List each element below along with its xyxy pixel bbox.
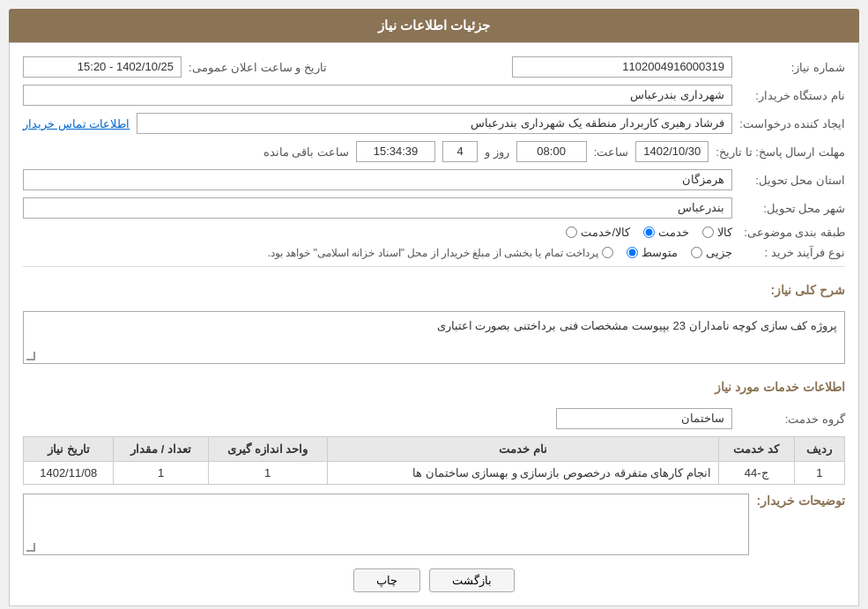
- main-card: شماره نیاز: 1102004916000319 تاریخ و ساع…: [9, 42, 859, 606]
- cell-date: 1402/11/08: [24, 462, 114, 485]
- cell-service-code: ج-44: [718, 462, 794, 485]
- description-title: شرح کلی نیاز:: [771, 283, 845, 297]
- deadline-days: 4: [442, 141, 478, 162]
- print-button[interactable]: چاپ: [353, 568, 420, 592]
- col-date: تاریخ نیاز: [24, 437, 114, 462]
- purchase-type-radio-group: پرداخت تمام یا بخشی از مبلغ خریدار از مح…: [268, 246, 732, 259]
- description-text: پروژه کف سازی کوچه نامداران 23 بپیوست مش…: [437, 319, 837, 332]
- buyer-org-row: نام دستگاه خریدار: شهرداری بندرعباس: [23, 85, 845, 106]
- button-row: بازگشت چاپ: [23, 568, 845, 592]
- buyer-org-label: نام دستگاه خریدار:: [739, 89, 845, 102]
- deadline-row: مهلت ارسال پاسخ: تا تاریخ: 1402/10/30 سا…: [23, 141, 845, 162]
- purchase-type-label: نوع فرآیند خرید :: [739, 246, 845, 259]
- page-title: جزئیات اطلاعات نیاز: [378, 18, 490, 33]
- page-container: جزئیات اطلاعات نیاز شماره نیاز: 11020049…: [0, 0, 868, 609]
- category-radio-group: کالا/خدمت خدمت کالا: [566, 226, 732, 239]
- service-group-label: گروه خدمت:: [739, 412, 845, 426]
- purchase-type-row: نوع فرآیند خرید : پرداخت تمام یا بخشی از…: [23, 246, 845, 259]
- col-row-num: ردیف: [794, 437, 844, 462]
- category-label: طبقه بندی موضوعی:: [739, 226, 845, 239]
- city-row: شهر محل تحویل: بندرعباس: [23, 197, 845, 219]
- description-row: شرح کلی نیاز:: [23, 274, 845, 304]
- category-kala-khedmat[interactable]: کالا/خدمت: [566, 226, 630, 239]
- creator-value: فرشاد رهبری کاربردار منطقه یک شهرداری بن…: [137, 113, 732, 134]
- creator-row: ایجاد کننده درخواست: فرشاد رهبری کاربردا…: [23, 113, 845, 134]
- city-value: بندرعباس: [23, 197, 732, 219]
- cell-row-num: 1: [794, 462, 844, 485]
- category-kala[interactable]: کالا: [702, 226, 732, 239]
- need-number-label: شماره نیاز:: [739, 61, 845, 74]
- table-header-row: ردیف کد خدمت نام خدمت واحد اندازه گیری ت…: [24, 437, 845, 462]
- col-unit: واحد اندازه گیری: [208, 437, 327, 462]
- service-group-value: ساختمان: [556, 408, 732, 429]
- province-value: هرمزگان: [23, 169, 732, 190]
- description-box: پروژه کف سازی کوچه نامداران 23 بپیوست مش…: [23, 311, 845, 364]
- province-label: استان محل تحویل:: [739, 174, 845, 187]
- buyer-notes-label: توضیحات خریدار:: [756, 494, 845, 508]
- city-label: شهر محل تحویل:: [739, 202, 845, 215]
- page-header: جزئیات اطلاعات نیاز: [9, 9, 859, 42]
- contact-link[interactable]: اطلاعات تماس خریدار: [23, 117, 130, 130]
- cell-unit: 1: [208, 462, 327, 485]
- announce-datetime-value: 1402/10/25 - 15:20: [23, 56, 182, 78]
- deadline-time-label: ساعت:: [594, 145, 629, 159]
- buyer-org-value: شهرداری بندرعباس: [23, 85, 732, 106]
- purchase-type-jozi[interactable]: جزیی: [691, 246, 732, 259]
- deadline-time: 08:00: [516, 141, 587, 162]
- col-service-code: کد خدمت: [718, 437, 794, 462]
- deadline-remaining-label: ساعت باقی مانده: [263, 145, 349, 159]
- cell-quantity: 1: [114, 462, 208, 485]
- deadline-days-label: روز و: [485, 145, 509, 159]
- col-service-name: نام خدمت: [327, 437, 718, 462]
- deadline-label: مهلت ارسال پاسخ: تا تاریخ:: [716, 145, 845, 159]
- category-row: طبقه بندی موضوعی: کالا/خدمت خدمت کالا: [23, 226, 845, 239]
- announce-datetime-label: تاریخ و ساعت اعلان عمومی:: [189, 61, 327, 74]
- back-button[interactable]: بازگشت: [429, 568, 515, 592]
- need-number-row: شماره نیاز: 1102004916000319 تاریخ و ساع…: [23, 56, 845, 78]
- deadline-date: 1402/10/30: [635, 141, 708, 162]
- cell-service-name: انجام کارهای متفرقه درخصوص بازسازی و بهس…: [327, 462, 718, 485]
- category-khedmat[interactable]: خدمت: [643, 226, 689, 239]
- service-group-row: گروه خدمت: ساختمان: [23, 408, 845, 429]
- need-number-value: 1102004916000319: [512, 56, 732, 78]
- description-content-row: پروژه کف سازی کوچه نامداران 23 بپیوست مش…: [23, 311, 845, 364]
- creator-label: ایجاد کننده درخواست:: [739, 117, 845, 130]
- purchase-type-motaset[interactable]: متوسط: [627, 246, 678, 259]
- province-row: استان محل تحویل: هرمزگان: [23, 169, 845, 190]
- col-quantity: تعداد / مقدار: [114, 437, 208, 462]
- table-row: 1 ج-44 انجام کارهای متفرقه درخصوص بازساز…: [24, 462, 845, 485]
- deadline-remaining: 15:34:39: [356, 141, 435, 162]
- buyer-notes-box: [23, 494, 749, 555]
- buyer-notes-row: توضیحات خریدار:: [23, 494, 845, 555]
- services-title: اطلاعات خدمات مورد نیاز: [715, 380, 845, 394]
- services-title-row: اطلاعات خدمات مورد نیاز: [23, 371, 845, 401]
- purchase-type-note: پرداخت تمام یا بخشی از مبلغ خریدار از مح…: [268, 247, 613, 259]
- services-table: ردیف کد خدمت نام خدمت واحد اندازه گیری ت…: [23, 436, 845, 485]
